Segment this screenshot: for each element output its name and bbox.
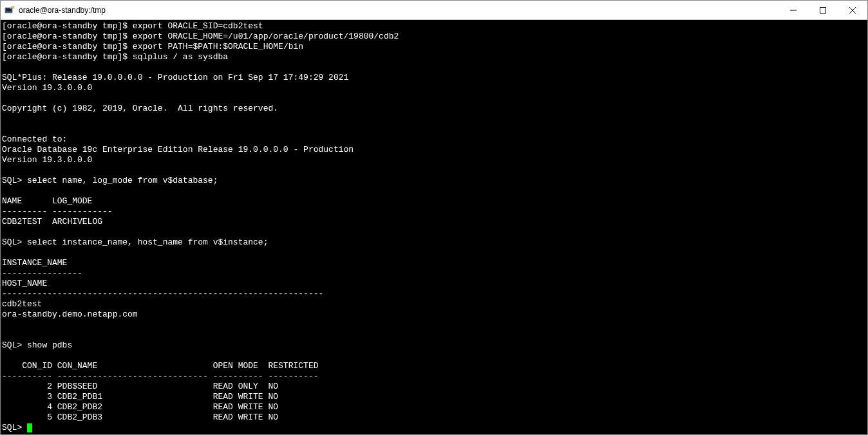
table-sep: ---------- -----------------------------… xyxy=(2,371,318,381)
sql-prompt: SQL> xyxy=(2,340,27,350)
table-sep: ----------------------------------------… xyxy=(2,289,323,299)
sql-cmd: select instance_name, host_name from v$i… xyxy=(27,237,268,247)
prompt: [oracle@ora-standby tmp]$ xyxy=(2,42,133,51)
terminal[interactable]: [oracle@ora-standby tmp]$ export ORACLE_… xyxy=(1,20,867,434)
table-row: cdb2test xyxy=(2,299,42,309)
cmd-line: export ORACLE_SID=cdb2test xyxy=(133,21,263,31)
table-row: CDB2TEST ARCHIVELOG xyxy=(2,217,102,227)
table-header: INSTANCE_NAME xyxy=(2,258,67,268)
cmd-line: export PATH=$PATH:$ORACLE_HOME/bin xyxy=(133,42,303,51)
output-line: Version 19.3.0.0.0 xyxy=(2,83,92,93)
sql-prompt: SQL> xyxy=(2,176,27,185)
svg-rect-2 xyxy=(12,6,14,8)
sql-cmd: select name, log_mode from v$database; xyxy=(27,176,218,185)
table-row: 4 CDB2_PDB2 READ WRITE NO xyxy=(2,402,278,412)
table-row: 5 CDB2_PDB3 READ WRITE NO xyxy=(2,412,278,422)
output-line: Oracle Database 19c Enterprise Edition R… xyxy=(2,145,354,154)
prompt: [oracle@ora-standby tmp]$ xyxy=(2,52,133,62)
output-line: Version 19.3.0.0.0 xyxy=(2,155,92,165)
prompt: [oracle@ora-standby tmp]$ xyxy=(2,32,133,41)
table-header: HOST_NAME xyxy=(2,279,47,288)
output-line: SQL*Plus: Release 19.0.0.0.0 - Productio… xyxy=(2,73,348,82)
output-line: Connected to: xyxy=(2,134,67,144)
table-row: 2 PDB$SEED READ ONLY NO xyxy=(2,382,278,391)
table-sep: ---------------- xyxy=(2,268,82,278)
maximize-button[interactable] xyxy=(808,1,838,20)
titlebar[interactable]: oracle@ora-standby:/tmp xyxy=(1,1,867,20)
close-button[interactable] xyxy=(838,1,867,20)
table-row: ora-standby.demo.netapp.com xyxy=(2,310,138,319)
table-row: 3 CDB2_PDB1 READ WRITE NO xyxy=(2,392,278,402)
cmd-line: export ORACLE_HOME=/u01/app/oracle/produ… xyxy=(133,32,399,41)
svg-rect-5 xyxy=(820,7,826,13)
window-title: oracle@ora-standby:/tmp xyxy=(19,6,778,15)
minimize-button[interactable] xyxy=(778,1,808,20)
putty-icon xyxy=(5,5,15,15)
window-controls xyxy=(778,1,867,20)
cursor xyxy=(27,423,32,432)
output-line: Copyright (c) 1982, 2019, Oracle. All ri… xyxy=(2,104,278,113)
sql-prompt: SQL> xyxy=(2,237,27,247)
table-header: CON_ID CON_NAME OPEN MODE RESTRICTED xyxy=(2,361,318,371)
sql-prompt: SQL> xyxy=(2,423,27,432)
prompt: [oracle@ora-standby tmp]$ xyxy=(2,21,133,31)
table-sep: --------- ------------ xyxy=(2,207,113,216)
sql-cmd: show pdbs xyxy=(27,340,72,350)
table-header: NAME LOG_MODE xyxy=(2,196,92,206)
cmd-line: sqlplus / as sysdba xyxy=(133,52,228,62)
window-frame: oracle@ora-standby:/tmp [oracle@ora-stan… xyxy=(0,0,868,435)
